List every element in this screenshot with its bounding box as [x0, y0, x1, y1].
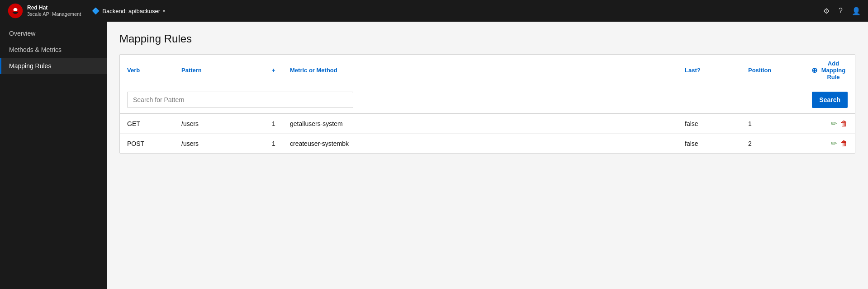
- sidebar: Overview Methods & Metrics Mapping Rules: [0, 22, 107, 289]
- user-icon[interactable]: 👤: [852, 7, 861, 15]
- page-title: Mapping Rules: [119, 33, 855, 45]
- brand-name: Red Hat: [27, 5, 81, 11]
- sidebar-item-overview[interactable]: Overview: [0, 25, 107, 42]
- page-layout: Overview Methods & Metrics Mapping Rules…: [0, 22, 868, 289]
- cell-plus: 1: [272, 120, 290, 127]
- cell-pattern: /users: [181, 140, 272, 147]
- delete-icon[interactable]: 🗑: [840, 140, 848, 148]
- backend-icon: 🔷: [92, 7, 100, 14]
- cell-position: 2: [748, 140, 811, 147]
- search-row: Search: [120, 86, 855, 114]
- column-plus: +: [272, 67, 290, 74]
- cell-last: false: [685, 120, 748, 127]
- row-actions: ✏ 🗑: [811, 139, 848, 148]
- brand-sub: 3scale API Management: [27, 11, 81, 17]
- sidebar-item-mapping-rules[interactable]: Mapping Rules: [0, 58, 107, 74]
- table-header: Verb Pattern + Metric or Method Last? Po…: [120, 55, 855, 86]
- main-content: Mapping Rules Verb Pattern + Metric or M…: [107, 22, 868, 289]
- backend-label: Backend: apibackuser: [102, 8, 160, 14]
- row-actions: ✏ 🗑: [811, 119, 848, 128]
- plus-circle-icon: ⊕: [811, 66, 817, 75]
- chevron-down-icon: ▾: [163, 9, 165, 14]
- brand-logo: Red Hat 3scale API Management: [7, 3, 81, 19]
- column-metric-or-method[interactable]: Metric or Method: [290, 67, 685, 74]
- column-last[interactable]: Last?: [685, 67, 748, 74]
- column-pattern[interactable]: Pattern: [181, 67, 272, 74]
- settings-icon[interactable]: ⚙: [823, 7, 830, 15]
- backend-selector[interactable]: 🔷 Backend: apibackuser ▾: [92, 7, 165, 14]
- search-input[interactable]: [127, 92, 353, 108]
- column-position[interactable]: Position: [748, 67, 811, 74]
- cell-metric: createuser-systembk: [290, 140, 685, 147]
- table-row: GET /users 1 getallusers-system false 1 …: [120, 114, 855, 134]
- cell-position: 1: [748, 120, 811, 127]
- cell-plus: 1: [272, 140, 290, 147]
- sidebar-item-methods-metrics[interactable]: Methods & Metrics: [0, 42, 107, 58]
- edit-icon[interactable]: ✏: [831, 119, 837, 128]
- cell-verb: GET: [127, 120, 181, 127]
- search-button[interactable]: Search: [812, 92, 848, 108]
- brand-text: Red Hat 3scale API Management: [27, 5, 81, 17]
- edit-icon[interactable]: ✏: [831, 139, 837, 148]
- column-verb[interactable]: Verb: [127, 67, 181, 74]
- topnav-right-icons: ⚙ ? 👤: [823, 7, 861, 15]
- add-mapping-rule-button[interactable]: ⊕ Add Mapping Rule: [811, 60, 848, 80]
- cell-metric: getallusers-system: [290, 120, 685, 127]
- cell-verb: POST: [127, 140, 181, 147]
- redhat-logo-icon: [7, 3, 24, 19]
- cell-last: false: [685, 140, 748, 147]
- help-icon[interactable]: ?: [839, 7, 843, 15]
- delete-icon[interactable]: 🗑: [840, 120, 848, 128]
- table-row: POST /users 1 createuser-systembk false …: [120, 134, 855, 153]
- top-navigation: Red Hat 3scale API Management 🔷 Backend:…: [0, 0, 868, 22]
- cell-pattern: /users: [181, 120, 272, 127]
- mapping-rules-card: Verb Pattern + Metric or Method Last? Po…: [119, 54, 855, 154]
